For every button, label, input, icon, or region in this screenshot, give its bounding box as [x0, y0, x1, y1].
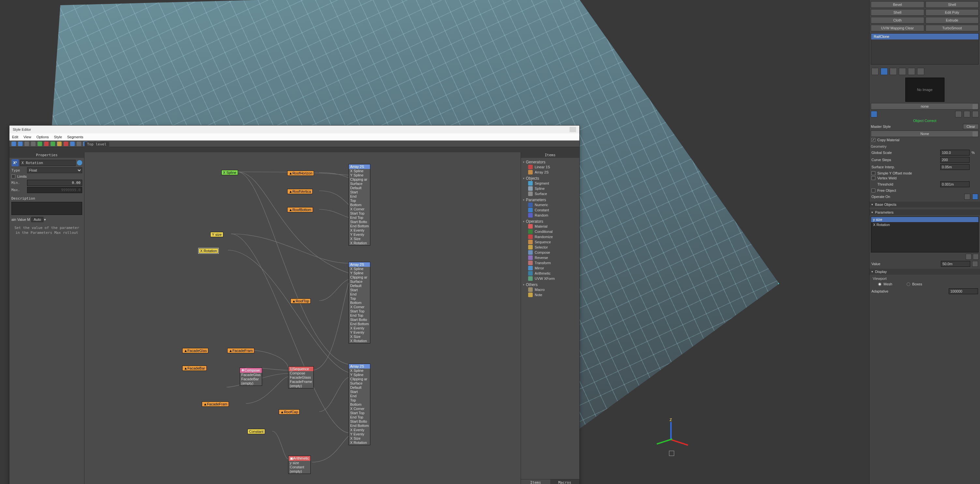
parameters-rollout[interactable]: Parameters [869, 209, 980, 215]
base-objects-rollout[interactable]: Base Objects [869, 202, 980, 207]
node-roof-horizon[interactable]: RoofHorizon [293, 171, 312, 175]
node-compose[interactable]: ❖Compose FacadeGlas FacadeBar (empty) [240, 368, 262, 386]
modifier-button-uvw-mapping-clear[interactable]: UVW Mapping Clear [871, 25, 924, 31]
min-spinner[interactable]: 0.00 [27, 180, 82, 186]
node-roof-cap[interactable]: RoofCap [284, 410, 298, 414]
tool-icon[interactable] [57, 142, 62, 146]
threshold-spinner[interactable]: 0.001m [940, 182, 970, 187]
style-thumbnail[interactable]: No Image [905, 78, 945, 102]
item-compose[interactable]: Compose [523, 250, 578, 255]
node-facade-bar[interactable]: FacadeBar [188, 366, 205, 370]
item-numeric[interactable]: Numeric [523, 202, 578, 207]
node-facade-fram[interactable]: FacadeFram [232, 349, 253, 353]
info-icon[interactable] [77, 160, 82, 166]
node-graph[interactable]: X Spline Y size X Rotation ▲RoofHorizon … [84, 152, 521, 484]
config-icon[interactable] [917, 68, 924, 75]
operate-tri-icon[interactable] [964, 194, 970, 200]
tool-icon[interactable] [11, 142, 16, 146]
window-titlebar[interactable]: Style Editor [10, 126, 579, 134]
modifier-railclone[interactable]: RailClone [871, 33, 978, 40]
modifier-button-bevel[interactable]: Bevel [871, 1, 924, 8]
node-constant[interactable]: Constant [248, 429, 265, 434]
node-arithmetic[interactable]: ▣Arithmetic y size Constant (empty) [288, 455, 311, 474]
tool-icon[interactable] [18, 142, 22, 146]
show-icon[interactable] [890, 68, 897, 75]
display-rollout[interactable]: Display [869, 269, 980, 275]
modifier-button-shell[interactable]: Shell [871, 9, 924, 16]
item-spline[interactable]: Spline [523, 186, 578, 191]
freeobj-checkbox[interactable] [872, 188, 875, 193]
help-icon[interactable] [972, 104, 978, 109]
tool-icon[interactable] [76, 142, 81, 146]
simpley-checkbox[interactable] [872, 171, 875, 175]
description-textarea[interactable] [11, 202, 82, 215]
item-random[interactable]: Random [523, 213, 578, 218]
item-segment[interactable]: Segment [523, 181, 578, 186]
save-icon[interactable] [955, 111, 962, 118]
node-facade-glas[interactable]: FacadeGlas [188, 349, 207, 353]
tool-icon[interactable] [64, 142, 68, 146]
global-scale-spinner[interactable]: 100.0 [940, 150, 970, 156]
axis-gizmo[interactable]: z [653, 422, 689, 455]
menu-options[interactable]: Options [37, 135, 49, 139]
category-others[interactable]: Others [523, 282, 578, 287]
node-array2s-3[interactable]: Array 2S X SplineY SplineClipping arSurf… [348, 364, 370, 445]
item-array-2s[interactable]: Array 2S [523, 170, 578, 175]
close-button[interactable] [570, 127, 576, 132]
master-style-button[interactable]: None [871, 131, 979, 137]
auto-dropdown[interactable]: Auto [31, 217, 43, 222]
item-macro[interactable]: Macro [523, 287, 578, 292]
param-row[interactable]: X Rotation [871, 222, 978, 227]
mesh-radio[interactable] [878, 282, 881, 286]
modifier-stack[interactable]: RailClone [871, 33, 979, 65]
clear-button[interactable]: Clear [963, 124, 979, 129]
param-minus[interactable] [966, 254, 972, 260]
node-x-rotation[interactable]: X Rotation [199, 248, 218, 253]
create-icon[interactable] [871, 111, 877, 118]
copy-material-checkbox[interactable] [872, 138, 875, 142]
category-objects[interactable]: Objects [523, 176, 578, 181]
node-sequence[interactable]: 1|Sequence Compose FacadeGlass FacadeFra… [288, 366, 313, 388]
tool-icon[interactable] [38, 142, 42, 146]
modifier-button-shell[interactable]: Shell [926, 1, 979, 8]
item-selector[interactable]: Selector [523, 245, 578, 250]
modifier-button-turbosmoot[interactable]: TurboSmoot [926, 25, 979, 31]
item-linear-1s[interactable]: Linear 1S [523, 164, 578, 170]
node-array2s-2[interactable]: Array 2S X SplineY SplineClipping arSurf… [348, 262, 370, 344]
item-constant[interactable]: Constant [523, 207, 578, 213]
node-x-spline[interactable]: X Spline [222, 170, 238, 175]
adaptative-spinner[interactable]: 100000 [949, 288, 978, 294]
tool-icon[interactable] [70, 142, 75, 146]
type-select[interactable]: Float [27, 167, 82, 173]
operate-quad-icon[interactable] [972, 194, 978, 200]
param-value-spinner[interactable]: 50.0m [941, 261, 970, 267]
stack-icon[interactable] [881, 68, 888, 75]
max-spinner[interactable]: 9999999.0 [27, 187, 82, 193]
param-plus[interactable] [973, 254, 979, 260]
breadcrumb[interactable]: Top level [84, 142, 109, 147]
curve-steps-spinner[interactable]: 200 [940, 157, 970, 163]
surface-spinner[interactable]: 0.05m [940, 164, 970, 170]
menu-edit[interactable]: Edit [12, 135, 18, 139]
map-button[interactable]: none [871, 103, 979, 110]
tool-icon[interactable] [24, 142, 29, 146]
item-material[interactable]: Material [523, 224, 578, 229]
node-y-size[interactable]: Y size [211, 232, 223, 237]
item-reverse[interactable]: Reverse [523, 255, 578, 260]
tool-icon[interactable] [51, 142, 55, 146]
modifier-button-edit-poly[interactable]: Edit Poly [926, 9, 979, 16]
limits-checkbox[interactable] [11, 175, 15, 178]
item-mirror[interactable]: Mirror [523, 266, 578, 271]
param-help-icon[interactable] [972, 261, 978, 267]
item-conditional[interactable]: Conditional [523, 229, 578, 234]
node-facade-fram2[interactable]: FacadeFram [207, 402, 227, 406]
param-name-input[interactable] [20, 160, 76, 166]
clear-icon[interactable] [972, 111, 979, 118]
menu-style[interactable]: Style [54, 135, 62, 139]
item-uvw-xform[interactable]: UVW XForm [523, 276, 578, 281]
node-roof-vertica[interactable]: RoofVertica [293, 189, 311, 193]
vertexweld-checkbox[interactable] [872, 176, 875, 180]
gizmo-cube[interactable] [669, 451, 674, 456]
item-surface[interactable]: Surface [523, 191, 578, 196]
item-sequence[interactable]: Sequence [523, 239, 578, 245]
